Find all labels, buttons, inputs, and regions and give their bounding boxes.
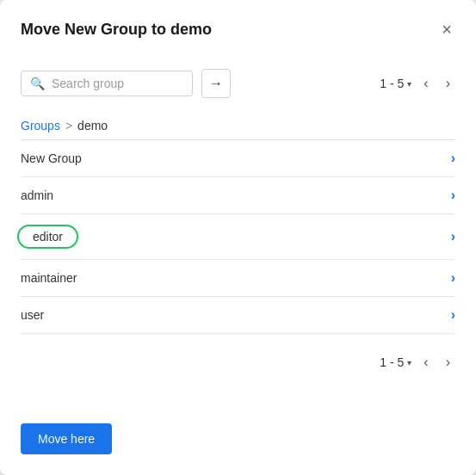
breadcrumb-groups-link[interactable]: Groups bbox=[21, 119, 60, 133]
group-item-chevron-icon: › bbox=[451, 270, 455, 286]
page-range-bottom[interactable]: 1 - 5 ▾ bbox=[380, 355, 411, 369]
group-item-chevron-icon: › bbox=[451, 151, 455, 166]
group-list-item[interactable]: user› bbox=[21, 297, 455, 334]
pagination-bottom: 1 - 5 ▾ ‹ › bbox=[21, 334, 455, 387]
close-button[interactable]: × bbox=[438, 17, 455, 41]
page-range-top[interactable]: 1 - 5 ▾ bbox=[380, 77, 411, 90]
go-button[interactable]: → bbox=[201, 69, 231, 98]
search-icon: 🔍 bbox=[30, 77, 45, 90]
breadcrumb-current: demo bbox=[77, 119, 108, 133]
move-here-button[interactable]: Move here bbox=[21, 423, 112, 454]
search-input-wrapper: 🔍 bbox=[21, 71, 193, 96]
pagination-top: 1 - 5 ▾ ‹ › bbox=[380, 72, 455, 95]
page-range-chevron-bottom: ▾ bbox=[407, 358, 411, 367]
search-row: 🔍 → 1 - 5 ▾ ‹ › bbox=[21, 55, 455, 98]
modal-title: Move New Group to demo bbox=[21, 21, 212, 39]
group-list-item[interactable]: New Group› bbox=[21, 140, 455, 177]
modal-header: Move New Group to demo × bbox=[0, 0, 476, 55]
page-range-chevron-top: ▾ bbox=[407, 79, 411, 89]
group-item-name: New Group bbox=[21, 151, 82, 165]
breadcrumb-separator: > bbox=[65, 119, 72, 133]
group-list-item[interactable]: editor› bbox=[21, 214, 455, 260]
group-item-chevron-icon: › bbox=[451, 229, 455, 244]
modal-footer: Move here bbox=[0, 410, 476, 475]
group-list: New Group›admin›editor›maintainer›user› bbox=[21, 140, 455, 334]
group-item-chevron-icon: › bbox=[451, 307, 455, 323]
modal-body: 🔍 → 1 - 5 ▾ ‹ › Groups > demo New Group›… bbox=[0, 55, 476, 410]
group-item-name: user bbox=[21, 308, 44, 322]
next-page-bottom[interactable]: › bbox=[441, 351, 455, 373]
modal: Move New Group to demo × 🔍 → 1 - 5 ▾ ‹ ›… bbox=[0, 0, 476, 475]
breadcrumb: Groups > demo bbox=[21, 112, 455, 140]
group-list-item[interactable]: maintainer› bbox=[21, 260, 455, 297]
group-item-name: maintainer bbox=[21, 271, 77, 285]
group-item-name: admin bbox=[21, 188, 53, 202]
next-page-top[interactable]: › bbox=[441, 72, 455, 95]
prev-page-bottom[interactable]: ‹ bbox=[418, 351, 433, 373]
search-input[interactable] bbox=[52, 77, 183, 90]
group-list-item[interactable]: admin› bbox=[21, 177, 455, 214]
prev-page-top[interactable]: ‹ bbox=[418, 72, 433, 95]
group-item-chevron-icon: › bbox=[451, 188, 455, 203]
group-item-name: editor bbox=[17, 225, 78, 249]
